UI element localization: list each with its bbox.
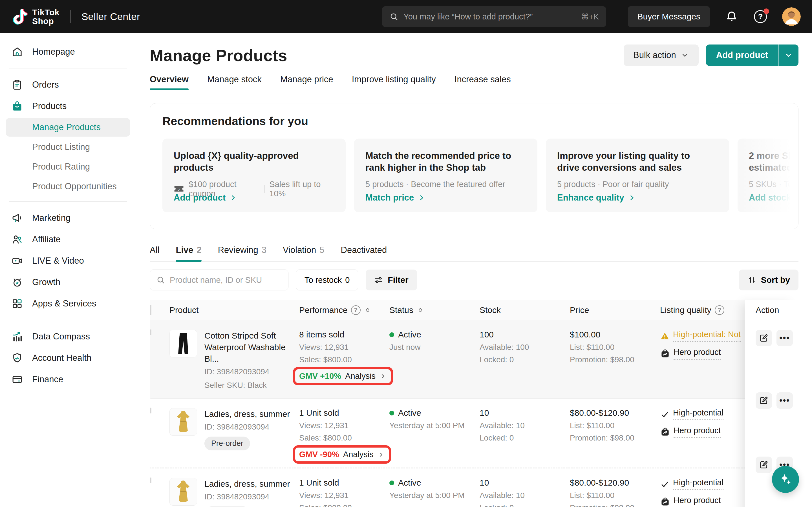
sidebar-item-growth[interactable]: Growth — [0, 272, 136, 293]
listing-quality-link[interactable]: High-potential — [660, 408, 742, 420]
gmv-analysis-link[interactable]: GMV +10% Analysis — [299, 372, 386, 381]
sidebar-item-manage-products[interactable]: Manage Products — [6, 118, 130, 136]
sidebar-item-live-video[interactable]: LIVE & Video — [0, 250, 136, 272]
products-icon — [11, 100, 23, 112]
sidebar-item-products[interactable]: Products — [0, 96, 136, 117]
sidebar-item-data-compass[interactable]: Data Compass — [0, 326, 136, 347]
main-content: Manage Products Bulk action Add product … — [136, 33, 812, 507]
more-actions-button[interactable]: ••• — [776, 392, 793, 409]
tab-improve-listing-quality[interactable]: Improve listing quality — [352, 74, 436, 90]
ai-assistant-button[interactable] — [772, 466, 799, 493]
stock-value: 10 — [479, 408, 570, 418]
status-label: Active — [398, 478, 421, 488]
hero-product-link[interactable]: Hero product — [660, 496, 742, 507]
tab-manage-stock[interactable]: Manage stock — [207, 74, 262, 90]
global-search[interactable]: ⌘+K — [382, 6, 606, 27]
tab-increase-sales[interactable]: Increase sales — [455, 74, 511, 90]
global-search-input[interactable] — [403, 12, 577, 21]
tiktok-shop-logo[interactable]: TikTok Shop — [0, 8, 59, 25]
status-tab-all[interactable]: All — [150, 245, 159, 262]
add-product-button[interactable]: Add product — [706, 45, 799, 66]
more-actions-button[interactable]: ••• — [776, 330, 793, 346]
status-tab-live[interactable]: Live2 — [175, 245, 201, 262]
buyer-messages-button[interactable]: Buyer Messages — [628, 6, 710, 27]
pre-order-badge: Pre-order — [204, 437, 250, 450]
edit-product-button[interactable] — [756, 330, 772, 346]
product-title[interactable]: Ladies, dress, summer — [204, 408, 290, 420]
row-checkbox[interactable] — [150, 477, 151, 483]
sidebar-item-affiliate[interactable]: Affiliate — [0, 229, 136, 250]
sidebar-item-apps-services[interactable]: Apps & Services — [0, 293, 136, 314]
product-search-input[interactable] — [170, 276, 282, 285]
page-title: Manage Products — [150, 46, 287, 65]
notifications-button[interactable] — [725, 10, 739, 24]
sidebar-item-account-health[interactable]: Account Health — [0, 347, 136, 369]
col-product: Product — [169, 305, 299, 315]
home-icon — [11, 46, 23, 58]
select-all-checkbox[interactable] — [150, 305, 151, 315]
bulk-action-button[interactable]: Bulk action — [624, 45, 699, 66]
status-label: Active — [398, 408, 421, 418]
sidebar-item-finance[interactable]: Finance — [0, 369, 136, 390]
search-shortcut: ⌘+K — [581, 12, 599, 21]
sidebar-divider — [9, 320, 127, 320]
row-checkbox[interactable] — [150, 329, 151, 335]
listing-quality-link[interactable]: High-potential: Not — [660, 330, 742, 342]
product-title[interactable]: Ladies, dress, summer — [204, 478, 290, 490]
sidebar-item-orders[interactable]: Orders — [0, 74, 136, 96]
hero-product-link[interactable]: Hero product — [660, 426, 742, 438]
add-product-dropdown[interactable] — [778, 45, 799, 66]
product-image-dress — [169, 408, 197, 436]
sales: Sales: $800.00 — [299, 503, 389, 507]
row-checkbox[interactable] — [150, 407, 151, 413]
help-tooltip-icon[interactable]: ? — [715, 305, 724, 315]
sidebar-item-product-opportunities[interactable]: Product Opportunities — [6, 177, 130, 196]
recommendation-card-add-stock: 2 more SK estimated 5 SKUs · To Add stoc… — [738, 138, 799, 212]
help-button[interactable]: ? — [753, 10, 767, 24]
chevron-down-icon — [784, 51, 793, 59]
filter-button[interactable]: Filter — [366, 270, 417, 290]
price-list: List: $110.00 — [570, 421, 660, 430]
stock-available: Available: 10 — [479, 491, 570, 500]
enhance-quality-link[interactable]: Enhance quality — [557, 193, 636, 203]
edit-product-button[interactable] — [756, 457, 772, 473]
sort-by-button[interactable]: Sort by — [739, 270, 799, 290]
sort-toggle-icon[interactable] — [417, 306, 424, 314]
sort-toggle-icon[interactable] — [364, 306, 371, 314]
sidebar-item-product-listing[interactable]: Product Listing — [6, 138, 130, 156]
stock-available: Available: 10 — [479, 421, 570, 430]
sales: Sales: $800.00 — [299, 355, 389, 364]
stock-locked: Locked: 0 — [479, 434, 570, 443]
tab-manage-price[interactable]: Manage price — [280, 74, 333, 90]
tab-overview[interactable]: Overview — [150, 74, 189, 90]
status-tab-reviewing[interactable]: Reviewing3 — [218, 245, 266, 262]
listing-quality-link[interactable]: High-potential — [660, 478, 742, 490]
match-price-link[interactable]: Match price — [365, 193, 425, 203]
hero-product-icon — [660, 427, 670, 437]
help-tooltip-icon[interactable]: ? — [351, 305, 361, 315]
growth-icon — [11, 276, 23, 288]
table-header-row: Product Performance ? Status Stock Price… — [150, 300, 799, 320]
check-icon — [660, 409, 670, 419]
gmv-analysis-link[interactable]: GMV -90% Analysis — [299, 450, 384, 459]
product-id: ID: 398482093094 — [204, 492, 290, 501]
edit-product-button[interactable] — [756, 392, 772, 409]
add-product-link[interactable]: Add product — [174, 193, 237, 203]
gmv-change: GMV -90% — [299, 450, 339, 459]
product-title[interactable]: Cotton Striped Soft Waterproof Washable … — [204, 330, 292, 364]
product-search[interactable] — [150, 270, 289, 290]
status-tab-violation[interactable]: Violation5 — [283, 245, 324, 262]
status-tab-deactivated[interactable]: Deactivated — [341, 245, 387, 262]
sidebar-item-product-rating[interactable]: Product Rating — [6, 158, 130, 176]
sidebar-item-marketing[interactable]: Marketing — [0, 207, 136, 229]
add-stock-link[interactable]: Add stock — [749, 193, 791, 203]
price-list: List: $110.00 — [570, 491, 660, 500]
table-row: Cotton Striped Soft Waterproof Washable … — [150, 320, 799, 399]
hero-product-link[interactable]: Hero product — [660, 348, 742, 360]
edit-icon — [759, 396, 769, 405]
to-restock-button[interactable]: To restock 0 — [296, 270, 358, 290]
sidebar-nav: Homepage Orders Products Manage Products… — [0, 33, 136, 507]
views: Views: 12,931 — [299, 491, 389, 500]
user-avatar[interactable] — [782, 7, 801, 26]
sidebar-item-homepage[interactable]: Homepage — [0, 41, 136, 62]
